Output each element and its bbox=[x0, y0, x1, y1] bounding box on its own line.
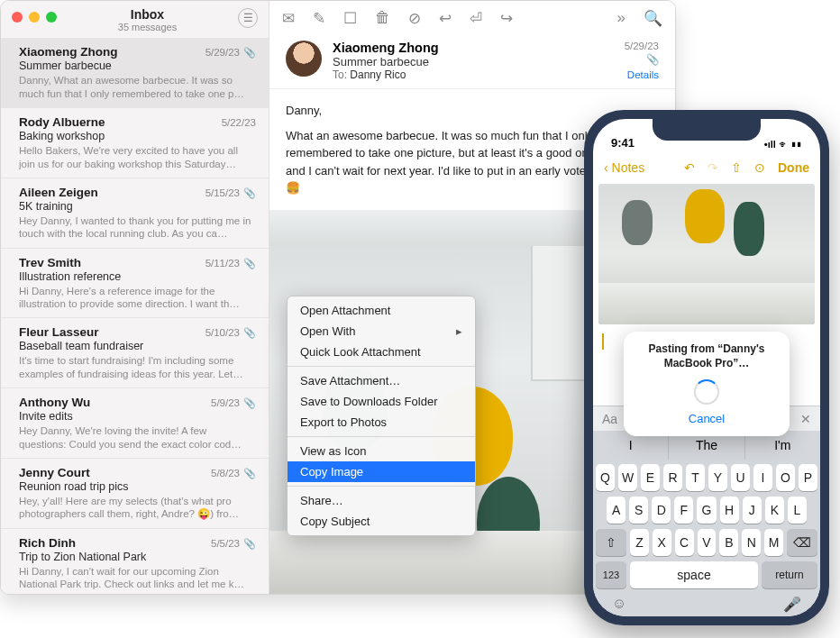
header-subject: Summer barbecue bbox=[333, 55, 614, 68]
text-caret bbox=[602, 333, 604, 350]
search-icon[interactable]: 🔍 bbox=[644, 9, 662, 28]
key[interactable]: O bbox=[776, 464, 795, 491]
key[interactable]: X bbox=[653, 529, 671, 556]
key[interactable]: N bbox=[742, 529, 761, 556]
key[interactable]: E bbox=[641, 464, 660, 491]
key[interactable]: S bbox=[629, 497, 648, 524]
paste-title: Pasting from “Danny's MacBook Pro”… bbox=[635, 342, 779, 370]
iphone-screen: 9:41 •ıll ᯤ ▮▮ ‹ Notes ↶ ↷ ⇧ ⊙ Done Past… bbox=[593, 119, 820, 616]
key[interactable]: G bbox=[697, 497, 716, 524]
minimize-icon[interactable] bbox=[29, 12, 40, 23]
filter-icon[interactable]: ☰ bbox=[238, 8, 258, 28]
key[interactable]: M bbox=[764, 529, 783, 556]
key[interactable]: U bbox=[731, 464, 750, 491]
message-header: Xiaomeng Zhong Summer barbecue To: Danny… bbox=[269, 35, 675, 89]
iphone-device: 9:41 •ıll ᯤ ▮▮ ‹ Notes ↶ ↷ ⇧ ⊙ Done Past… bbox=[584, 110, 829, 625]
dismiss-icon[interactable]: ✕ bbox=[800, 412, 811, 426]
keyboard[interactable]: QWERTYUIOPASDFGHJKL⇧ZXCVBNM⌫123spaceretu… bbox=[593, 460, 820, 616]
menu-item[interactable]: View as Icon bbox=[288, 441, 475, 461]
return-key[interactable]: return bbox=[762, 561, 817, 588]
key[interactable]: Z bbox=[630, 529, 649, 556]
details-link[interactable]: Details bbox=[625, 69, 659, 80]
key[interactable]: C bbox=[675, 529, 694, 556]
window-controls[interactable] bbox=[12, 8, 57, 23]
undo-icon[interactable]: ↶ bbox=[684, 160, 695, 175]
key[interactable]: K bbox=[765, 497, 784, 524]
dictation-key[interactable]: 🎤 bbox=[783, 596, 801, 613]
message-row[interactable]: Fleur Lasseur5/10/23📎Baseball team fundr… bbox=[1, 318, 269, 388]
key[interactable]: L bbox=[788, 497, 807, 524]
menu-item[interactable]: Export to Photos bbox=[288, 412, 475, 433]
header-date: 5/29/23 bbox=[625, 41, 659, 51]
message-row[interactable]: Rich Dinh5/5/23📎Trip to Zion National Pa… bbox=[1, 529, 269, 594]
notes-nav: ‹ Notes ↶ ↷ ⇧ ⊙ Done bbox=[593, 151, 820, 184]
archive-icon[interactable]: ☐ bbox=[343, 9, 357, 28]
mailbox-title: Inbox 35 messages bbox=[57, 8, 238, 32]
key[interactable]: Q bbox=[596, 464, 615, 491]
avatar bbox=[286, 41, 322, 77]
context-menu[interactable]: Open AttachmentOpen With▸Quick Look Atta… bbox=[287, 296, 476, 536]
message-row[interactable]: Trev Smith5/11/23📎Illustration reference… bbox=[1, 249, 269, 319]
back-button[interactable]: ‹ Notes bbox=[604, 160, 644, 175]
reply-all-icon[interactable]: ⏎ bbox=[470, 9, 482, 28]
status-indicators: •ıll ᯤ ▮▮ bbox=[764, 139, 802, 150]
key[interactable]: H bbox=[720, 497, 739, 524]
key[interactable]: A bbox=[607, 497, 625, 524]
key[interactable]: I bbox=[753, 464, 772, 491]
close-icon[interactable] bbox=[12, 12, 23, 23]
menu-item[interactable]: Quick Look Attachment bbox=[288, 342, 475, 362]
menu-item[interactable]: Copy Image bbox=[288, 461, 475, 482]
format-aa[interactable]: Aa bbox=[602, 412, 617, 426]
key[interactable]: D bbox=[652, 497, 671, 524]
titlebar: Inbox 35 messages ☰ bbox=[1, 1, 269, 38]
menu-item[interactable]: Save Attachment… bbox=[288, 370, 475, 391]
key[interactable]: W bbox=[618, 464, 637, 491]
redo-icon[interactable]: ↷ bbox=[708, 160, 718, 175]
share-icon[interactable]: ⇧ bbox=[731, 160, 742, 175]
message-row[interactable]: Anthony Wu5/9/23📎Invite editsHey Danny, … bbox=[1, 388, 269, 459]
message-row[interactable]: Jenny Court5/8/23📎Reunion road trip pics… bbox=[1, 459, 269, 529]
emoji-key[interactable]: ☺ bbox=[612, 596, 626, 613]
menu-item[interactable]: Save to Downloads Folder bbox=[288, 391, 475, 412]
key[interactable]: J bbox=[743, 497, 762, 524]
zoom-icon[interactable] bbox=[46, 12, 57, 23]
header-from: Xiaomeng Zhong bbox=[333, 41, 614, 55]
key[interactable]: R bbox=[663, 464, 682, 491]
message-list[interactable]: Xiaomeng Zhong5/29/23📎Summer barbecueDan… bbox=[1, 38, 269, 594]
key[interactable]: V bbox=[698, 529, 717, 556]
key[interactable]: B bbox=[719, 529, 738, 556]
cancel-button[interactable]: Cancel bbox=[635, 412, 779, 425]
paste-popover: Pasting from “Danny's MacBook Pro”… Canc… bbox=[624, 332, 790, 436]
compose-icon[interactable]: ✎ bbox=[313, 9, 325, 28]
envelope-icon[interactable]: ✉︎ bbox=[282, 9, 295, 28]
key[interactable]: P bbox=[799, 464, 817, 491]
message-row[interactable]: Aileen Zeigen5/15/23📎5K trainingHey Dann… bbox=[1, 178, 269, 249]
spinner-icon bbox=[694, 379, 719, 405]
key[interactable]: Y bbox=[708, 464, 727, 491]
numbers-key[interactable]: 123 bbox=[596, 561, 626, 588]
message-list-pane: Inbox 35 messages ☰ Xiaomeng Zhong5/29/2… bbox=[1, 1, 269, 594]
menu-item[interactable]: Share… bbox=[288, 490, 475, 511]
delete-key[interactable]: ⌫ bbox=[787, 529, 817, 556]
trash-icon[interactable]: 🗑 bbox=[375, 9, 390, 27]
message-row[interactable]: Xiaomeng Zhong5/29/23📎Summer barbecueDan… bbox=[1, 38, 269, 108]
forward-icon[interactable]: ↪︎ bbox=[500, 9, 513, 28]
more-icon[interactable]: » bbox=[617, 9, 625, 27]
reply-icon[interactable]: ↩︎ bbox=[439, 9, 452, 28]
more-icon[interactable]: ⊙ bbox=[754, 160, 765, 175]
menu-item[interactable]: Copy Subject bbox=[288, 511, 475, 532]
attachment-icon: 📎 bbox=[625, 53, 659, 66]
message-row[interactable]: Rody Albuerne5/22/23Baking workshopHello… bbox=[1, 108, 269, 178]
shift-key[interactable]: ⇧ bbox=[596, 529, 626, 556]
status-time: 9:41 bbox=[611, 136, 635, 150]
note-editor[interactable]: Pasting from “Danny's MacBook Pro”… Canc… bbox=[593, 328, 820, 406]
done-button[interactable]: Done bbox=[778, 160, 809, 175]
menu-item[interactable]: Open Attachment bbox=[288, 300, 475, 321]
note-image[interactable] bbox=[598, 184, 815, 324]
key[interactable]: F bbox=[674, 497, 693, 524]
key[interactable]: T bbox=[686, 464, 705, 491]
space-key[interactable]: space bbox=[630, 561, 758, 588]
junk-icon[interactable]: ⊘ bbox=[408, 9, 421, 28]
reader-toolbar: ✉︎ ✎ ☐ 🗑 ⊘ ↩︎ ⏎ ↪︎ » 🔍 bbox=[269, 1, 675, 35]
menu-item[interactable]: Open With▸ bbox=[288, 321, 475, 342]
